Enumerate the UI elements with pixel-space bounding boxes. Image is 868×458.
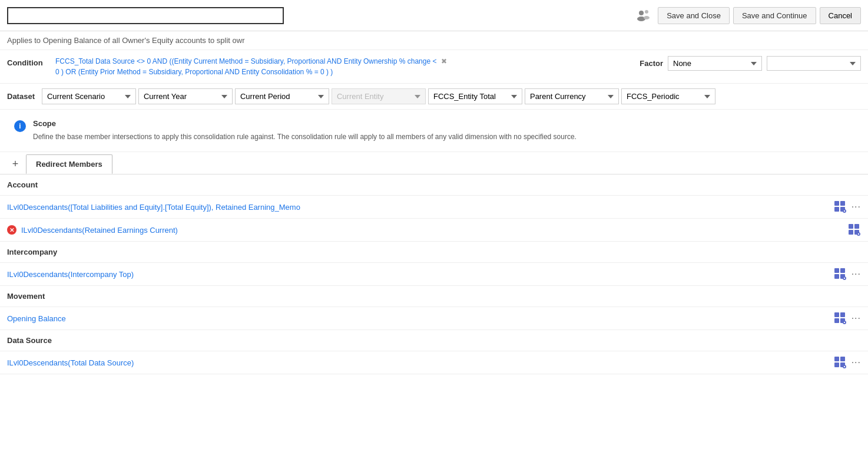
- scope-description: Define the base member intersections to …: [33, 131, 577, 142]
- datasource-row1-more-icon[interactable]: ···: [852, 357, 861, 368]
- svg-rect-5: [840, 201, 845, 206]
- svg-point-1: [645, 10, 648, 14]
- scope-info-icon: i: [14, 120, 26, 132]
- account-row1-actions: ···: [834, 200, 861, 213]
- tab-redirect-members[interactable]: Redirect Members: [26, 154, 112, 174]
- table-row: ILvl0Descendants([Total Liabilities and …: [0, 196, 868, 219]
- svg-rect-10: [854, 224, 859, 229]
- account-row1-more-icon[interactable]: ···: [852, 202, 861, 212]
- ruleset-title-input[interactable]: Indirect reference ruleset: [7, 7, 284, 24]
- condition-text[interactable]: FCCS_Total Data Source <> 0 AND ((Entity…: [55, 56, 632, 77]
- condition-line1: FCCS_Total Data Source <> 0 AND ((Entity…: [55, 57, 436, 65]
- datasource-row1-actions: ···: [834, 356, 861, 369]
- dataset-entity-select[interactable]: Current Entity: [332, 88, 426, 104]
- svg-rect-26: [834, 363, 839, 367]
- svg-rect-11: [849, 230, 853, 235]
- account-row1-text[interactable]: ILvl0Descendants([Total Liabilities and …: [7, 203, 834, 212]
- header-title-section: Indirect reference ruleset: [7, 7, 633, 24]
- intercompany-row1-more-icon[interactable]: ···: [852, 269, 861, 279]
- svg-rect-16: [834, 274, 839, 279]
- movement-section: Movement Opening Balance ···: [0, 286, 868, 330]
- scope-content: Scope Define the base member intersectio…: [33, 119, 577, 142]
- description-text: Applies to Opening Balance of all Owner'…: [0, 31, 868, 50]
- table-row: ILvl0Descendants(Intercompany Top) ···: [0, 263, 868, 285]
- header: Indirect reference ruleset Save and Clos…: [0, 0, 868, 31]
- table-row: ✕ ILvl0Descendants(Retained Earnings Cur…: [0, 219, 868, 241]
- factor-select2[interactable]: [767, 56, 861, 71]
- movement-row1-more-icon[interactable]: ···: [852, 313, 861, 324]
- datasource-header: Data Source: [0, 330, 868, 351]
- intercompany-section: Intercompany ILvl0Descendants(Intercompa…: [0, 242, 868, 286]
- account-row2-actions: [848, 223, 861, 236]
- svg-rect-6: [834, 207, 839, 212]
- grid-icon[interactable]: [848, 223, 861, 236]
- intercompany-row1-actions: ···: [834, 268, 861, 281]
- grid-icon[interactable]: [834, 200, 847, 213]
- svg-rect-14: [834, 268, 839, 273]
- dataset-label: Dataset: [7, 92, 35, 101]
- factor-label: Factor: [640, 59, 663, 68]
- tabs-section: + Redirect Members: [0, 154, 868, 174]
- svg-point-3: [644, 16, 650, 19]
- svg-rect-24: [834, 357, 839, 361]
- add-tab-button[interactable]: +: [7, 156, 24, 173]
- dataset-period-select[interactable]: Current Period: [235, 88, 329, 104]
- cancel-button[interactable]: Cancel: [820, 7, 861, 24]
- datasource-section: Data Source ILvl0Descendants(Total Data …: [0, 330, 868, 374]
- dataset-row: Dataset Current Scenario Current Year Cu…: [0, 84, 868, 110]
- save-continue-button[interactable]: Save and Continue: [733, 7, 816, 24]
- account-row2-text[interactable]: ✕ ILvl0Descendants(Retained Earnings Cur…: [7, 225, 848, 235]
- table-row: Opening Balance ···: [0, 307, 868, 330]
- dataset-currency-select[interactable]: Parent Currency: [525, 88, 619, 104]
- grid-icon[interactable]: [834, 312, 847, 325]
- condition-line2: 0 ) OR (Entity Prior Method = Subsidiary…: [55, 68, 333, 76]
- header-actions: Save and Close Save and Continue Cancel: [633, 5, 861, 26]
- svg-rect-19: [834, 312, 839, 317]
- grid-icon[interactable]: [834, 268, 847, 281]
- intercompany-header: Intercompany: [0, 242, 868, 263]
- table-row: ILvl0Descendants(Total Data Source) ···: [0, 351, 868, 374]
- svg-rect-25: [840, 357, 845, 361]
- scope-title: Scope: [33, 119, 577, 128]
- movement-row1-actions: ···: [834, 312, 861, 325]
- save-close-button[interactable]: Save and Close: [658, 7, 730, 24]
- condition-delete-icon[interactable]: ✖: [441, 57, 447, 65]
- datasource-row1-text[interactable]: ILvl0Descendants(Total Data Source): [7, 358, 834, 367]
- svg-rect-21: [834, 318, 839, 323]
- factor-section: Factor None Entity Ownership % Entity Co…: [640, 56, 861, 71]
- factor-select[interactable]: None Entity Ownership % Entity Consolida…: [668, 56, 762, 71]
- svg-rect-4: [834, 201, 839, 206]
- account-section: Account ILvl0Descendants([Total Liabilit…: [0, 174, 868, 242]
- svg-rect-9: [849, 224, 853, 229]
- users-icon[interactable]: [633, 5, 654, 26]
- dataset-scenario-select[interactable]: Current Scenario: [42, 88, 136, 104]
- grid-icon[interactable]: [834, 356, 847, 369]
- dataset-year-select[interactable]: Current Year: [138, 88, 233, 104]
- svg-point-0: [639, 11, 644, 15]
- dataset-member-select[interactable]: FCCS_Entity Total: [428, 88, 522, 104]
- movement-header: Movement: [0, 286, 868, 307]
- dataset-view-select[interactable]: FCCS_Periodic: [621, 88, 715, 104]
- svg-rect-20: [840, 312, 845, 317]
- scope-section: i Scope Define the base member intersect…: [0, 110, 868, 152]
- intercompany-row1-text[interactable]: ILvl0Descendants(Intercompany Top): [7, 270, 834, 279]
- condition-row: Condition FCCS_Total Data Source <> 0 AN…: [0, 50, 868, 84]
- exclude-icon: ✕: [7, 225, 16, 235]
- svg-rect-15: [840, 268, 845, 273]
- condition-label: Condition: [7, 56, 48, 67]
- account-header: Account: [0, 174, 868, 196]
- exclude-badge: ✕: [7, 225, 16, 235]
- movement-row1-text[interactable]: Opening Balance: [7, 314, 834, 323]
